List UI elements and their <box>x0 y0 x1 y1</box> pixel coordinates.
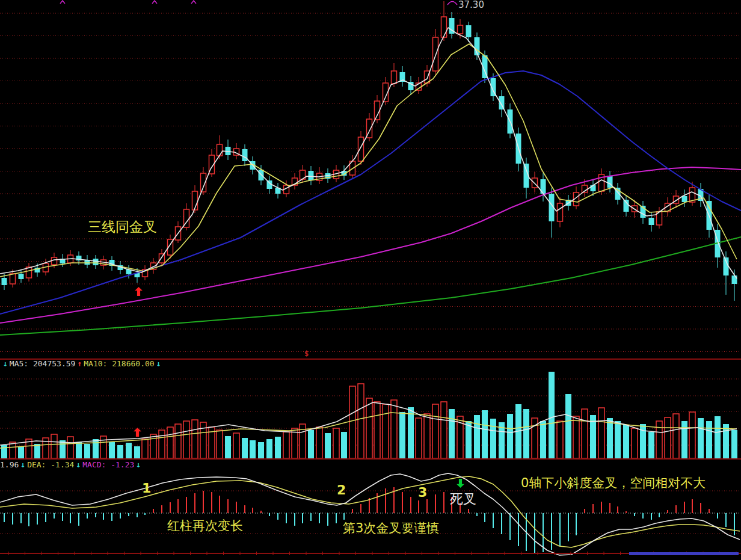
macd-dea-value: DEA: -1.34 <box>27 460 74 470</box>
red-bars-note: 红柱再次变长 <box>167 519 243 533</box>
macd-mark-1: 1 <box>142 481 151 496</box>
macd-dea-down-icon: ↓ <box>76 460 81 470</box>
stock-chart-window: 37.30三线同金叉123死叉0轴下小斜度金叉，空间相对不大红柱再次变长第3次金… <box>0 0 741 560</box>
volume-trend-down-icon: ↓ <box>3 359 8 369</box>
macd-dif-down-icon: ↓ <box>20 460 25 470</box>
top-marks-layer <box>60 1 457 5</box>
macd-mark-3: 3 <box>418 485 427 500</box>
volume-indicator-header: ↓ MA5: 204753.59 ↑ MA10: 218660.00 ↓ <box>1 359 162 369</box>
golden-cross-annotation: 三线同金叉 <box>88 220 157 235</box>
ma-blue-line <box>0 71 741 314</box>
volume-ma5-value: MA5: 204753.59 <box>10 359 76 369</box>
volume-ma5-up-icon: ↑ <box>77 359 82 369</box>
scrollbar-thumb[interactable] <box>629 552 739 555</box>
ma-green-line <box>0 237 741 335</box>
divider-currency-marker: $ <box>304 349 309 358</box>
ma-magenta-line <box>0 167 741 323</box>
zero-axis-note: 0轴下小斜度金叉，空间相对不大 <box>521 476 706 490</box>
macd-dif-value: 1.96 <box>0 460 19 470</box>
death-cross-label: 死叉 <box>450 492 476 506</box>
volume-ma10-down-icon: ↓ <box>156 359 161 369</box>
volume-bars-layer <box>1 372 737 458</box>
macd-macd-value: MACD: -1.23 <box>82 460 134 470</box>
third-cross-note: 第3次金叉要谨慎 <box>343 522 439 535</box>
ma10-line <box>0 44 737 277</box>
volume-ma10-value: MA10: 218660.00 <box>84 359 154 369</box>
macd-indicator-header: 1.96 ↓ DEA: -1.34 ↓ MACD: -1.23 ↓ <box>0 460 143 470</box>
macd-mark-2: 2 <box>337 483 346 497</box>
price-peak-label: 37.30 <box>458 0 484 10</box>
macd-macd-down-icon: ↓ <box>136 460 141 470</box>
